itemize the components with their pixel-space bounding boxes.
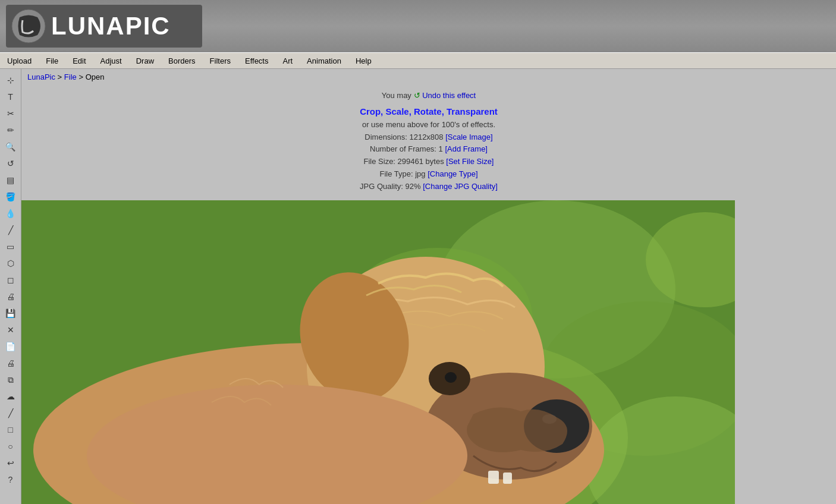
new-tool[interactable]: 📄 (2, 339, 19, 354)
text-tool[interactable]: T (2, 89, 19, 105)
logo-box: LUNAPIC (6, 5, 202, 48)
eraser-tool[interactable]: ◻ (2, 272, 19, 288)
filesize-label: File Size: 299461 bytes (364, 157, 444, 166)
menu-help[interactable]: Help (348, 54, 379, 68)
filetype-label: File Type: jpg (379, 169, 425, 178)
help-tool[interactable]: ? (2, 472, 19, 487)
scale-image-link[interactable]: [Scale Image] (445, 133, 493, 141)
filetype-line: File Type: jpg [Change Type] (21, 168, 836, 181)
add-frame-link[interactable]: [Add Frame] (445, 144, 488, 153)
breadcrumb-file[interactable]: File (64, 73, 77, 81)
main-layout: ⊹T✂✏🔍↺▤🪣💧╱▭⬡◻🖨💾✕📄🖨⧉☁╱□○↩? LunaPic > File… (0, 69, 836, 504)
menu-animation[interactable]: Animation (300, 54, 348, 68)
dimensions-label: Dimensions: 1212x808 (364, 133, 443, 141)
change-quality-link[interactable]: [Change JPG Quality] (423, 182, 498, 191)
menu-effects[interactable]: Effects (238, 54, 276, 68)
print-tool[interactable]: 🖨 (2, 355, 19, 371)
breadcrumb-open: Open (86, 73, 105, 81)
line2-tool[interactable]: ╱ (2, 405, 19, 421)
menu-art[interactable]: Art (275, 54, 300, 68)
zoom-tool[interactable]: 🔍 (2, 139, 19, 155)
crop-line: Crop, Scale, Rotate, Transparent (21, 105, 836, 119)
menu-borders[interactable]: Borders (161, 54, 203, 68)
select-tool[interactable]: ⊹ (2, 73, 19, 88)
rectangle-tool[interactable]: □ (2, 422, 19, 437)
menu-adjust[interactable]: Adjust (93, 54, 129, 68)
svg-rect-17 (488, 471, 499, 484)
menu-filters[interactable]: Filters (203, 54, 238, 68)
menu-file[interactable]: File (39, 54, 65, 68)
close-tool[interactable]: ✕ (2, 322, 19, 338)
frames-line: Number of Frames: 1 [Add Frame] (21, 143, 836, 156)
stamp-tool[interactable]: 🖨 (2, 289, 19, 304)
dropper-tool[interactable]: 💧 (2, 206, 19, 221)
rotate-tool[interactable]: ↺ (2, 156, 19, 171)
toolbar: ⊹T✂✏🔍↺▤🪣💧╱▭⬡◻🖨💾✕📄🖨⧉☁╱□○↩? (0, 69, 21, 504)
change-type-link[interactable]: [Change Type] (428, 169, 477, 178)
dog-illustration (21, 200, 735, 504)
pencil-tool[interactable]: ✏ (2, 122, 19, 138)
fill-tool[interactable]: 🪣 (2, 189, 19, 204)
svg-point-14 (445, 372, 457, 383)
shape-tool[interactable]: ⬡ (2, 256, 19, 271)
info-panel: You may ↺ Undo this effect Crop, Scale, … (21, 85, 836, 200)
undo-prefix: You may (382, 91, 414, 100)
crop-scale-link[interactable]: Crop, Scale, Rotate, Transparent (360, 106, 498, 116)
quality-label: JPG Quality: 92% (360, 182, 421, 191)
menu-draw[interactable]: Draw (129, 54, 161, 68)
undo-tool[interactable]: ↩ (2, 455, 19, 471)
copy-tool[interactable]: ⧉ (2, 372, 19, 388)
dimensions-line: Dimensions: 1212x808 [Scale Image] (21, 131, 836, 144)
set-file-size-link[interactable]: [Set File Size] (446, 157, 494, 166)
logo-text: LUNAPIC (51, 12, 171, 40)
svg-rect-18 (503, 472, 512, 484)
image-area (21, 200, 836, 504)
undo-line: You may ↺ Undo this effect (21, 90, 836, 102)
menu-upload[interactable]: Upload (0, 54, 39, 68)
quality-line: JPG Quality: 92% [Change JPG Quality] (21, 181, 836, 193)
dog-image (21, 200, 735, 504)
line-tool[interactable]: ╱ (2, 222, 19, 238)
frames-label: Number of Frames: 1 (370, 144, 443, 153)
breadcrumb-sep2: > (78, 73, 85, 81)
undo-icon: ↺ (414, 91, 420, 100)
filesize-line: File Size: 299461 bytes [Set File Size] (21, 156, 836, 168)
ruler-tool[interactable]: ▤ (2, 172, 19, 188)
cloud-tool[interactable]: ☁ (2, 389, 19, 404)
ellipse-tool[interactable]: ○ (2, 439, 19, 454)
menubar: UploadFileEditAdjustDrawBordersFiltersEf… (0, 52, 836, 69)
rect-select-tool[interactable]: ▭ (2, 239, 19, 254)
save-tool[interactable]: 💾 (2, 305, 19, 321)
crop-tool[interactable]: ✂ (2, 106, 19, 121)
or-use-text: or use menu above for 100's of effects. (21, 119, 836, 131)
menu-edit[interactable]: Edit (65, 54, 93, 68)
breadcrumb-sep1: > (58, 73, 64, 81)
content: LunaPic > File > Open You may ↺ Undo thi… (21, 69, 836, 504)
breadcrumb-lunapic[interactable]: LunaPic (27, 73, 55, 81)
undo-link[interactable]: Undo this effect (422, 91, 476, 100)
lunapic-logo-icon (11, 8, 46, 44)
breadcrumb: LunaPic > File > Open (21, 69, 836, 85)
header: LUNAPIC (0, 0, 836, 52)
